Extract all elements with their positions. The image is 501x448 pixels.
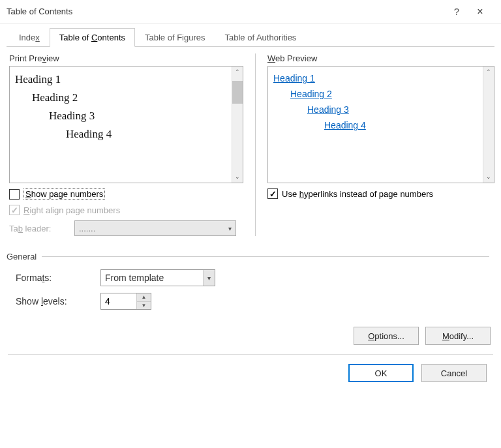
tab-leader-label: Tab leader: xyxy=(9,224,74,233)
general-group: General Formats: From template ▾ Show le… xyxy=(7,252,494,310)
toc-dialog: Table of Contents ? × Index Table of Con… xyxy=(0,0,501,448)
tab-leader-value: ....... xyxy=(79,224,95,233)
print-preview-item: Heading 2 xyxy=(32,89,226,107)
scroll-thumb[interactable] xyxy=(232,81,243,104)
close-icon[interactable]: × xyxy=(468,6,492,18)
tab-table-of-authorities[interactable]: Table of Authorities xyxy=(215,28,307,47)
dialog-title: Table of Contents xyxy=(7,7,445,16)
print-preview-item: Heading 1 xyxy=(15,70,226,89)
scroll-up-icon[interactable]: ⌃ xyxy=(483,67,494,78)
tab-strip: Index Table of Contents Table of Figures… xyxy=(7,27,494,47)
scroll-up-icon[interactable]: ⌃ xyxy=(232,67,243,78)
chevron-down-icon: ▾ xyxy=(228,225,232,232)
print-preview-item: Heading 4 xyxy=(66,125,226,143)
group-divider xyxy=(42,256,489,257)
print-preview-scrollbar[interactable]: ⌃ ⌄ xyxy=(232,67,243,183)
web-preview-link[interactable]: Heading 4 xyxy=(324,120,366,130)
modify-button[interactable]: Modify... xyxy=(425,327,491,345)
print-preview-label: Print Preview xyxy=(9,53,243,63)
scroll-down-icon[interactable]: ⌄ xyxy=(232,172,243,183)
right-align-label: Right align page numbers xyxy=(23,205,120,215)
ok-button[interactable]: OK xyxy=(348,364,414,382)
options-button[interactable]: Options... xyxy=(354,327,419,345)
use-hyperlinks-checkbox[interactable] xyxy=(267,188,278,199)
print-preview-content: Heading 1 Heading 2 Heading 3 Heading 4 xyxy=(10,67,232,183)
tab-index[interactable]: Index xyxy=(9,28,50,47)
show-levels-label: Show levels: xyxy=(16,296,100,306)
show-page-numbers-checkbox[interactable] xyxy=(9,189,20,200)
tab-leader-dropdown: ....... ▾ xyxy=(74,220,236,236)
right-align-checkbox xyxy=(9,205,20,215)
web-preview-link[interactable]: Heading 2 xyxy=(290,89,332,99)
show-levels-spinner[interactable]: 4 ▲ ▼ xyxy=(100,293,151,310)
tab-table-of-contents[interactable]: Table of Contents xyxy=(50,28,135,47)
web-preview-label: Web Preview xyxy=(267,53,494,63)
web-preview-scrollbar[interactable]: ⌃ ⌄ xyxy=(483,67,494,183)
spinner-up-icon[interactable]: ▲ xyxy=(137,293,151,302)
titlebar: Table of Contents ? × xyxy=(0,0,501,23)
general-legend: General xyxy=(7,252,37,261)
print-preview-item: Heading 3 xyxy=(49,107,226,125)
print-preview-box: Heading 1 Heading 2 Heading 3 Heading 4 … xyxy=(9,66,243,183)
formats-dropdown[interactable]: From template ▾ xyxy=(100,269,215,286)
tab-table-of-figures[interactable]: Table of Figures xyxy=(135,28,215,47)
spinner-down-icon[interactable]: ▼ xyxy=(137,302,151,310)
show-page-numbers-label[interactable]: Show page numbers xyxy=(23,188,105,200)
formats-value: From template xyxy=(105,273,164,283)
help-icon[interactable]: ? xyxy=(445,6,468,17)
cancel-button[interactable]: Cancel xyxy=(421,364,487,382)
web-preview-content: Heading 1 Heading 2 Heading 3 Heading 4 xyxy=(268,67,483,183)
chevron-down-icon[interactable]: ▾ xyxy=(203,270,215,286)
scroll-down-icon[interactable]: ⌄ xyxy=(483,172,494,183)
web-preview-box: Heading 1 Heading 2 Heading 3 Heading 4 … xyxy=(267,66,494,183)
show-levels-value[interactable]: 4 xyxy=(101,293,136,309)
web-preview-link[interactable]: Heading 3 xyxy=(307,104,349,115)
use-hyperlinks-label[interactable]: Use hyperlinks instead of page numbers xyxy=(282,189,433,199)
web-preview-link[interactable]: Heading 1 xyxy=(273,73,315,83)
formats-label: Formats: xyxy=(16,273,100,283)
